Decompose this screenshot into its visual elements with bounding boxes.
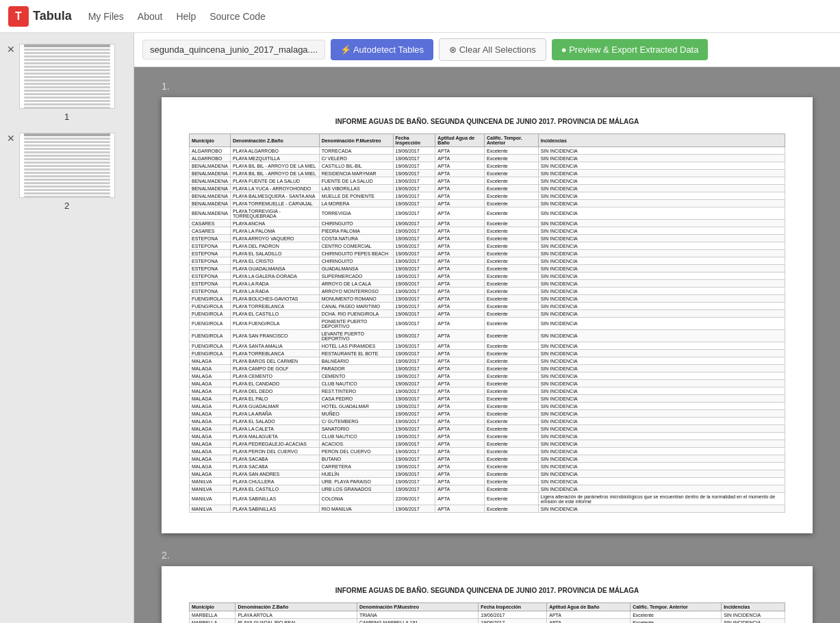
- table-cell: PLAYA PEDREGALEJO-ACACIAS: [230, 440, 319, 448]
- table-cell: 19/06/2017: [393, 470, 435, 478]
- table-cell: TORRECADA: [319, 147, 393, 155]
- table-cell: Excelente: [484, 200, 538, 207]
- nav-about[interactable]: About: [138, 11, 163, 22]
- table-cell: Excelente: [484, 372, 538, 380]
- table-cell: APTA: [435, 272, 485, 280]
- table-cell: SIN INCIDENCIA: [538, 170, 785, 177]
- table-cell: COLONIA: [319, 493, 393, 505]
- table-cell: MALAGA: [190, 463, 231, 470]
- table-cell: ESTEPONA: [190, 280, 231, 288]
- table-cell: PLAYA TORREBLANCA: [230, 303, 319, 310]
- table-row: MALAGAPLAYA DEL DEDOREST.TINTERO19/06/20…: [190, 387, 785, 395]
- table-cell: ESTEPONA: [190, 235, 231, 242]
- sidebar-page-2[interactable]: ✕ 2: [0, 127, 133, 216]
- table-cell: APTA: [435, 440, 485, 448]
- table-cell: APTA: [435, 478, 485, 485]
- clear-button[interactable]: ⊗ Clear All Selections: [439, 38, 546, 61]
- pdf-table-1: MunicipioDenominación Z.BañoDenominación…: [189, 134, 785, 513]
- table-cell: 19/06/2017: [393, 192, 435, 200]
- table-cell: Excelente: [484, 272, 538, 280]
- autodetect-button[interactable]: ⚡ Autodetect Tables: [331, 39, 433, 60]
- close-icon-2[interactable]: ✕: [7, 133, 15, 144]
- pdf-viewer[interactable]: 1. INFORME AGUAS DE BAÑO. SEGUNDA QUINCE…: [134, 67, 840, 623]
- table-cell: LAS VIBORILLAS: [319, 185, 393, 192]
- table-cell: Excelente: [484, 265, 538, 272]
- table-cell: APTA: [435, 463, 485, 470]
- table-cell: APTA: [435, 493, 485, 505]
- table-cell: PLAYA LA CALETA: [230, 425, 319, 433]
- table-cell: SIN INCIDENCIA: [538, 410, 785, 418]
- table-row: MALAGAPLAYA SAN ANDRESHUELÍN19/06/2017AP…: [190, 470, 785, 478]
- table-cell: APTA: [435, 425, 485, 433]
- table-cell: APTA: [435, 185, 485, 192]
- table-cell: PLAYA TORREMUELLE - CARVAJAL: [230, 200, 319, 207]
- table-cell: APTA: [435, 192, 485, 200]
- table-cell: 19/06/2017: [393, 155, 435, 162]
- table-cell: SIN INCIDENCIA: [538, 280, 785, 288]
- table-cell: MALAGA: [190, 372, 231, 380]
- table-cell: APTA: [435, 295, 485, 303]
- table-cell: SIN INCIDENCIA: [538, 227, 785, 235]
- table-cell: SIN INCIDENCIA: [538, 342, 785, 350]
- page-number-2: 2: [64, 201, 69, 211]
- table-cell: CEMENTO: [319, 372, 393, 380]
- table-cell: ARROYO DE LA CALA: [319, 280, 393, 288]
- table-cell: CARRETERA: [319, 463, 393, 470]
- table-cell: APTA: [435, 470, 485, 478]
- table-cell: PLAYA LA GALERA-DORADA: [230, 272, 319, 280]
- table-row: ALGARROBOPLAYA MEZQUITILLAC/ VELERO19/06…: [190, 155, 785, 162]
- table-cell: PLAYA EL SALADO: [230, 418, 319, 425]
- table-cell: SIN INCIDENCIA: [538, 310, 785, 318]
- table-cell: 22/06/2017: [393, 493, 435, 505]
- table-cell: SIN INCIDENCIA: [538, 505, 785, 513]
- table-cell: Excelente: [484, 250, 538, 257]
- table-row: MARBELLAPLAYA ARTOLATRIANA19/06/2017APTA…: [190, 611, 785, 619]
- table-cell: 19/06/2017: [393, 170, 435, 177]
- table-cell: SIN INCIDENCIA: [538, 350, 785, 357]
- table-cell: APTA: [435, 395, 485, 403]
- table-cell: SIN INCIDENCIA: [538, 318, 785, 330]
- table-cell: Excelente: [484, 207, 538, 220]
- table-cell: APTA: [435, 147, 485, 155]
- table-cell: 19/06/2017: [393, 380, 435, 387]
- nav-help[interactable]: Help: [176, 11, 196, 22]
- table-cell: PLAYA EL CANDADO: [230, 380, 319, 387]
- table-cell: SUPERMERCADO: [319, 272, 393, 280]
- table-cell: SIN INCIDENCIA: [538, 478, 785, 485]
- table-cell: 19/06/2017: [393, 387, 435, 395]
- table-cell: MARBELLA: [190, 611, 236, 619]
- table-cell: SIN INCIDENCIA: [538, 365, 785, 372]
- table-row: FUENGIROLAPLAYA TORREBLANCARESTAURANTE E…: [190, 350, 785, 357]
- table-header-cell: Fecha Inspección: [479, 603, 547, 611]
- table-cell: Ligera alteración de parámetros microbio…: [538, 493, 785, 505]
- nav-myfiles[interactable]: My Files: [88, 11, 124, 22]
- table-cell: PIEDRA PALOMA: [319, 227, 393, 235]
- table-row: MALAGAPLAYA MALAGUETACLUB NAUTICO19/06/2…: [190, 433, 785, 440]
- table-cell: CASARES: [190, 220, 231, 227]
- table-cell: PLAYA BOLICHES-GAVIOTAS: [230, 295, 319, 303]
- table-row: FUENGIROLAPLAYA EL CASTILLODCHA. RIO FUE…: [190, 310, 785, 318]
- table-cell: MALAGA: [190, 380, 231, 387]
- table-cell: APTA: [435, 372, 485, 380]
- table-cell: APTA: [435, 350, 485, 357]
- table-cell: TRIANA: [357, 611, 478, 619]
- table-cell: Excelente: [484, 478, 538, 485]
- close-icon-1[interactable]: ✕: [7, 44, 15, 55]
- table-cell: FUENGIROLA: [190, 342, 231, 350]
- table-cell: PLAYA ALGARROBO: [230, 147, 319, 155]
- table-cell: 19/06/2017: [393, 310, 435, 318]
- sidebar-page-1[interactable]: ✕ 1: [0, 38, 133, 127]
- table-cell: 19/06/2017: [393, 342, 435, 350]
- table-cell: BENALMADENA: [190, 170, 231, 177]
- nav-sourcecode[interactable]: Source Code: [209, 11, 266, 22]
- table-cell: PLAYA SACABA: [230, 463, 319, 470]
- brand-name: Tabula: [33, 9, 72, 23]
- table-cell: HUELÍN: [319, 470, 393, 478]
- table-cell: PLAYA FUENTE DE LA SALUD: [230, 177, 319, 185]
- table-cell: SIN INCIDENCIA: [538, 200, 785, 207]
- table-cell: APTA: [547, 619, 631, 624]
- table-cell: SIN INCIDENCIA: [538, 192, 785, 200]
- table-cell: Excelente: [484, 257, 538, 265]
- preview-button[interactable]: ● Preview & Export Extracted Data: [552, 39, 709, 60]
- table-cell: MALAGA: [190, 365, 231, 372]
